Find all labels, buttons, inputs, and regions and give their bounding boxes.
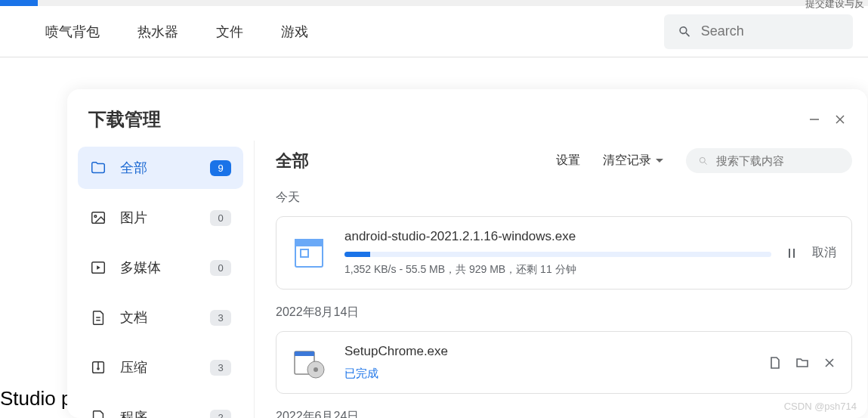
main-search-input[interactable]: [701, 23, 839, 39]
download-filename: SetupChrome.exe: [344, 344, 755, 359]
sidebar-item-all[interactable]: 全部 9: [78, 147, 243, 189]
sidebar-badge: 9: [210, 160, 231, 176]
close-button[interactable]: [834, 113, 846, 125]
main-nav: 喷气背包 热水器 文件 游戏: [0, 6, 868, 57]
file-icon: [768, 356, 782, 370]
download-item-progress: android-studio-2021.2.1.16-windows.exe 1…: [276, 216, 852, 290]
progress-bar-track: [344, 252, 771, 257]
doc-icon: [90, 309, 107, 326]
sidebar-item-images[interactable]: 图片 0: [78, 197, 243, 239]
nav-items: 喷气背包 热水器 文件 游戏: [45, 23, 308, 41]
top-right-text[interactable]: 提交建设与反: [805, 0, 864, 11]
date-header: 今天: [276, 190, 867, 206]
svg-point-11: [700, 157, 705, 163]
sidebar-item-label: 全部: [120, 159, 210, 177]
close-icon: [834, 113, 846, 125]
download-actions: [768, 356, 836, 370]
close-icon: [823, 356, 836, 370]
svg-rect-14: [295, 240, 323, 246]
settings-action[interactable]: 设置: [556, 153, 580, 169]
window-controls: [808, 113, 846, 125]
open-file-button[interactable]: [768, 356, 782, 370]
download-filename: android-studio-2021.2.1.16-windows.exe: [344, 229, 771, 244]
modal-header: 下载管理: [67, 89, 867, 141]
svg-rect-3: [92, 212, 105, 224]
watermark: CSDN @psh714: [784, 401, 857, 412]
download-item-complete: SetupChrome.exe 已完成: [276, 331, 852, 394]
nav-item-1[interactable]: 热水器: [137, 23, 178, 41]
download-complete-label: 已完成: [344, 367, 755, 381]
panel-search-box[interactable]: [686, 148, 852, 173]
open-folder-button[interactable]: [795, 356, 809, 370]
image-icon: [90, 209, 107, 226]
main-search-box[interactable]: [664, 14, 853, 49]
panel-search-input[interactable]: [716, 154, 840, 167]
sidebar-badge: 0: [210, 210, 231, 226]
svg-line-12: [705, 162, 707, 164]
pause-button[interactable]: [785, 246, 798, 260]
sidebar-badge: 3: [210, 360, 231, 376]
search-icon: [678, 23, 692, 40]
top-progress-bar: 提交建设与反: [0, 0, 868, 6]
minimize-icon: [808, 113, 820, 125]
remove-button[interactable]: [823, 356, 836, 370]
nav-item-2[interactable]: 文件: [216, 23, 243, 41]
progress-bar-fill: [344, 252, 370, 257]
svg-rect-19: [295, 351, 314, 356]
clear-history-action[interactable]: 清空记录: [603, 153, 663, 169]
download-content: SetupChrome.exe 已完成: [344, 344, 755, 381]
minimize-button[interactable]: [808, 113, 820, 125]
sidebar-item-media[interactable]: 多媒体 0: [78, 246, 243, 289]
nav-item-3[interactable]: 游戏: [281, 23, 308, 41]
sidebar-item-label: 多媒体: [120, 259, 210, 277]
program-icon: [90, 409, 107, 418]
clear-history-label: 清空记录: [603, 153, 651, 169]
svg-point-4: [94, 215, 97, 218]
sidebar-badge: 0: [210, 260, 231, 276]
panel-header: 全部 设置 清空记录: [276, 148, 867, 173]
panel-title: 全部: [276, 150, 556, 172]
svg-point-21: [314, 367, 318, 372]
exe-file-icon: [292, 236, 326, 271]
svg-rect-15: [301, 249, 308, 257]
archive-icon: [90, 359, 107, 376]
background-heading: Studio p: [0, 387, 72, 410]
search-icon: [698, 155, 709, 167]
download-content: android-studio-2021.2.1.16-windows.exe 1…: [344, 229, 771, 277]
pause-icon: [785, 246, 798, 260]
sidebar-item-programs[interactable]: 程序 2: [78, 396, 243, 418]
main-panel: 全部 设置 清空记录 今天 a: [255, 141, 867, 418]
sidebar-item-label: 压缩: [120, 358, 210, 376]
download-status: 1,352 KB/s - 55.5 MB，共 929 MB，还剩 11 分钟: [344, 263, 771, 277]
sidebar-item-label: 程序: [120, 408, 210, 418]
video-icon: [90, 259, 107, 276]
cancel-button[interactable]: 取消: [812, 245, 836, 261]
download-actions: 取消: [785, 245, 836, 261]
download-manager-modal: 下载管理 全部 9 图片 0 多媒体: [67, 89, 867, 418]
sidebar-item-label: 文档: [120, 308, 210, 327]
svg-point-10: [97, 368, 99, 370]
sidebar-badge: 2: [210, 410, 231, 419]
top-bar-accent: [0, 0, 38, 6]
modal-title: 下载管理: [88, 107, 161, 132]
sidebar-item-label: 图片: [120, 209, 210, 227]
modal-body: 全部 9 图片 0 多媒体 0 文档 3 压缩 3: [67, 141, 867, 418]
date-header: 2022年6月24日: [276, 409, 867, 418]
installer-icon: [292, 345, 326, 380]
nav-item-0[interactable]: 喷气背包: [45, 23, 100, 41]
sidebar-badge: 3: [210, 310, 231, 326]
date-header: 2022年8月14日: [276, 305, 867, 320]
folder-icon: [795, 356, 809, 370]
sidebar-item-archives[interactable]: 压缩 3: [78, 346, 243, 389]
folder-icon: [90, 159, 107, 176]
sidebar-item-docs[interactable]: 文档 3: [78, 296, 243, 339]
chevron-down-icon: [656, 159, 663, 163]
sidebar: 全部 9 图片 0 多媒体 0 文档 3 压缩 3: [67, 141, 255, 418]
